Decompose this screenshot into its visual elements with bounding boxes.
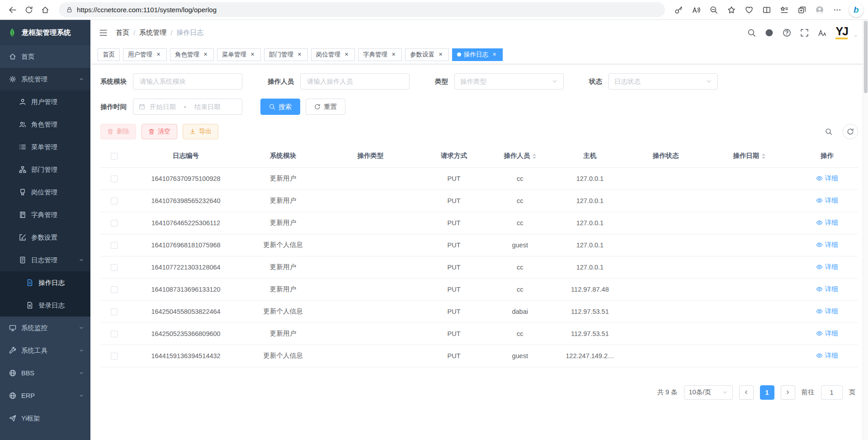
- search-button[interactable]: 搜索: [260, 99, 300, 115]
- sidebar-item-参数设置[interactable]: 参数设置: [0, 226, 90, 249]
- detail-link[interactable]: 详细: [816, 174, 838, 183]
- select-all-checkbox[interactable]: [111, 153, 118, 160]
- tab-首页[interactable]: 首页: [98, 48, 120, 61]
- table-search-button[interactable]: [821, 124, 836, 139]
- tab-岗位管理[interactable]: 岗位管理×: [311, 48, 355, 61]
- app-logo[interactable]: 意框架管理系统: [0, 20, 90, 45]
- type-select[interactable]: 操作类型: [454, 73, 564, 90]
- detail-link[interactable]: 详细: [816, 241, 838, 249]
- breadcrumb-item[interactable]: 系统管理: [139, 28, 166, 37]
- detail-link[interactable]: 详细: [816, 307, 838, 316]
- tab-角色管理[interactable]: 角色管理×: [170, 48, 214, 61]
- zoom-out-icon[interactable]: [706, 2, 722, 18]
- read-aloud-icon[interactable]: [688, 2, 704, 18]
- favorites-bar-icon[interactable]: [776, 2, 793, 18]
- tab-部门管理[interactable]: 部门管理×: [264, 48, 308, 61]
- sidebar-item-Yi框架[interactable]: Yi框架: [0, 407, 90, 430]
- sidebar-item-登录日志[interactable]: 登录日志: [0, 294, 90, 317]
- tab-字典管理[interactable]: 字典管理×: [358, 48, 402, 61]
- sidebar-fold-button[interactable]: [90, 20, 116, 45]
- sidebar-item-角色管理[interactable]: 角色管理: [0, 113, 90, 136]
- column-header-操作人员[interactable]: 操作人员: [489, 145, 551, 167]
- yj-logo[interactable]: YJ: [835, 26, 848, 39]
- tab-菜单管理[interactable]: 菜单管理×: [217, 48, 261, 61]
- page-1-button[interactable]: 1: [760, 385, 774, 400]
- sidebar-item-菜单管理[interactable]: 菜单管理: [0, 136, 90, 158]
- sidebar-item-系统监控[interactable]: 系统监控: [0, 317, 90, 339]
- sort-caret-icon[interactable]: [533, 154, 536, 159]
- fullscreen-icon[interactable]: [800, 28, 809, 37]
- tab-用户管理[interactable]: 用户管理×: [123, 48, 167, 61]
- detail-link[interactable]: 详细: [816, 218, 838, 227]
- date-range-picker[interactable]: 开始日期 - 结束日期: [133, 99, 242, 115]
- sidebar-item-岗位管理[interactable]: 岗位管理: [0, 181, 90, 203]
- github-icon[interactable]: [765, 28, 774, 37]
- url-text[interactable]: https://ccnetcore.com:1101/system/log/op…: [77, 6, 217, 14]
- sidebar-item-系统管理[interactable]: 系统管理: [0, 68, 90, 90]
- reset-button[interactable]: 重置: [306, 99, 345, 115]
- home-icon[interactable]: [37, 2, 53, 18]
- sort-caret-icon[interactable]: [762, 154, 765, 159]
- chevron-down-icon[interactable]: [853, 33, 858, 38]
- prev-page-button[interactable]: [739, 385, 754, 400]
- goto-page-input[interactable]: [821, 385, 843, 400]
- detail-link[interactable]: 详细: [816, 263, 838, 271]
- close-icon[interactable]: ×: [155, 51, 162, 58]
- font-size-icon[interactable]: [818, 28, 826, 37]
- favorite-icon[interactable]: [723, 2, 740, 18]
- sidebar-item-字典管理[interactable]: 字典管理: [0, 203, 90, 226]
- close-icon[interactable]: ×: [343, 51, 350, 58]
- tab-参数设置[interactable]: 参数设置×: [405, 48, 449, 61]
- row-checkbox[interactable]: [111, 353, 118, 360]
- close-icon[interactable]: ×: [249, 51, 256, 58]
- row-checkbox[interactable]: [111, 286, 118, 293]
- password-key-icon[interactable]: [670, 2, 687, 18]
- search-icon[interactable]: [747, 28, 756, 37]
- sidebar-item-操作日志[interactable]: 操作日志: [0, 271, 90, 294]
- close-icon[interactable]: ×: [437, 51, 444, 58]
- delete-button[interactable]: 删除: [100, 124, 136, 139]
- more-icon[interactable]: [829, 2, 845, 18]
- module-input[interactable]: [133, 73, 242, 90]
- breadcrumb-item[interactable]: 首页: [116, 28, 129, 37]
- back-icon[interactable]: [5, 2, 21, 18]
- table-refresh-button[interactable]: [843, 124, 858, 139]
- close-icon[interactable]: ×: [491, 51, 498, 58]
- status-select[interactable]: 日志状态: [609, 73, 718, 90]
- sidebar-item-部门管理[interactable]: 部门管理: [0, 158, 90, 181]
- scrollbar-thumb[interactable]: [864, 21, 868, 93]
- bing-chat-icon[interactable]: b: [849, 3, 863, 17]
- sidebar-item-BBS[interactable]: BBS: [0, 362, 90, 384]
- sidebar-item-用户管理[interactable]: 用户管理: [0, 90, 90, 113]
- operator-input[interactable]: [300, 73, 410, 90]
- collections-icon[interactable]: [794, 2, 810, 18]
- page-size-select[interactable]: 10条/页: [684, 385, 733, 400]
- row-checkbox[interactable]: [111, 198, 118, 204]
- sidebar-item-ERP[interactable]: ERP: [0, 384, 90, 407]
- close-icon[interactable]: ×: [296, 51, 303, 58]
- row-checkbox[interactable]: [111, 264, 118, 271]
- detail-link[interactable]: 详细: [816, 351, 838, 360]
- row-checkbox[interactable]: [111, 220, 118, 227]
- sidebar-item-系统工具[interactable]: 系统工具: [0, 339, 90, 362]
- page-scrollbar[interactable]: [863, 20, 868, 440]
- sidebar-item-日志管理[interactable]: 日志管理: [0, 249, 90, 271]
- split-screen-icon[interactable]: [759, 2, 775, 18]
- detail-link[interactable]: 详细: [816, 329, 838, 338]
- clear-button[interactable]: 清空: [142, 124, 177, 139]
- next-page-button[interactable]: [781, 385, 795, 400]
- export-button[interactable]: 导出: [183, 124, 218, 139]
- profile-avatar-icon[interactable]: [811, 2, 828, 18]
- row-checkbox[interactable]: [111, 175, 118, 182]
- tab-操作日志[interactable]: 操作日志×: [452, 48, 503, 61]
- detail-link[interactable]: 详细: [816, 196, 838, 205]
- essentials-icon[interactable]: [741, 2, 757, 18]
- sidebar-item-首页[interactable]: 首页: [0, 45, 90, 68]
- detail-link[interactable]: 详细: [816, 285, 838, 293]
- column-header-操作日期[interactable]: 操作日期: [703, 145, 796, 167]
- question-icon[interactable]: [783, 28, 791, 37]
- row-checkbox[interactable]: [111, 331, 118, 337]
- row-checkbox[interactable]: [111, 308, 118, 315]
- row-checkbox[interactable]: [111, 242, 118, 249]
- close-icon[interactable]: ×: [390, 51, 397, 58]
